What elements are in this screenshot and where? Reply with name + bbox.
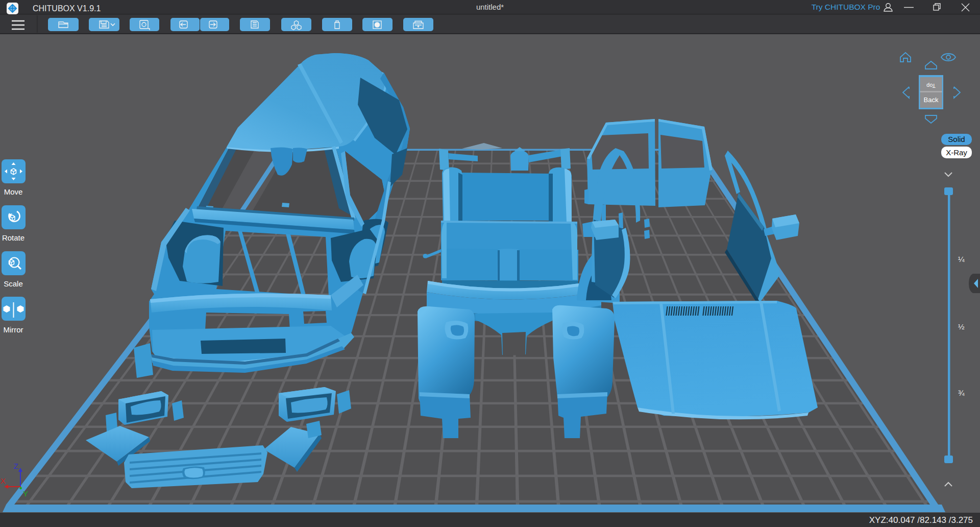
svg-text:X: X [1,476,6,485]
svg-text:Z: Z [14,462,18,470]
svg-text:Move: Move [4,187,23,196]
svg-text:½: ½ [958,322,965,331]
svg-text:untitled*: untitled* [476,3,504,11]
svg-text:¼: ¼ [958,255,965,264]
svg-text:Y: Y [23,489,28,498]
svg-text:Top: Top [926,83,936,89]
svg-text:Try CHITUBOX Pro: Try CHITUBOX Pro [812,3,880,11]
svg-text:Scale: Scale [4,279,23,288]
svg-text:X-Ray: X-Ray [946,148,967,157]
svg-text:Mirror: Mirror [3,325,23,334]
svg-text:XYZ:40.047 /82.143 /3.275: XYZ:40.047 /82.143 /3.275 [869,515,973,525]
svg-text:¾: ¾ [958,389,965,397]
svg-text:Solid: Solid [948,135,965,143]
svg-text:Rotate: Rotate [2,233,24,242]
svg-text:CHITUBOX V1.9.1: CHITUBOX V1.9.1 [33,4,101,13]
svg-text:Back: Back [924,96,939,104]
